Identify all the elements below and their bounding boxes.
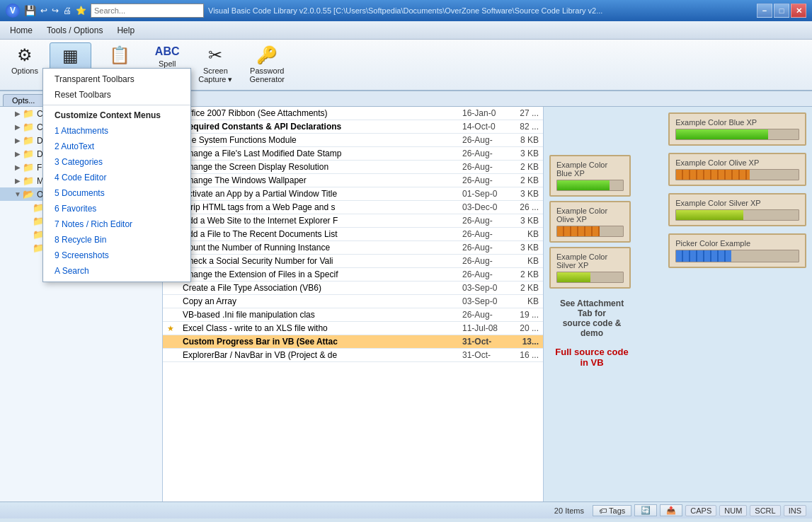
quick-star-icon[interactable]: ⭐: [76, 6, 86, 16]
ribbon-screencapture[interactable]: ✂ ScreenCapture ▾: [193, 42, 238, 87]
row-name: Check a Social Security Number for Vali: [178, 255, 458, 268]
refresh-icon: 🔄: [641, 506, 651, 515]
row-date: 01-Sep-0: [458, 187, 508, 201]
dropdown-3-categories[interactable]: 3 Categories: [43, 154, 190, 170]
quick-redo-icon[interactable]: ↪: [52, 6, 59, 16]
expand-icon: ▶: [13, 123, 23, 131]
widget-label: Picker Color Example: [675, 239, 799, 248]
dropdown-a-search[interactable]: A Search: [43, 263, 190, 279]
full-source-text: Full source code in VB: [549, 344, 634, 371]
dropdown-divider: [43, 105, 190, 105]
menu-home[interactable]: Home: [3, 23, 40, 37]
table-row[interactable]: Office 2007 Ribbon (See Attachments)16-J…: [163, 107, 543, 120]
progress-bar: [556, 180, 624, 191]
minimize-button[interactable]: −: [757, 4, 772, 18]
table-row[interactable]: Activate an App by a Partial Window Titl…: [163, 187, 543, 201]
menu-bar: Home Tools / Options Help: [0, 21, 812, 40]
tab-opts[interactable]: Opts...: [3, 94, 44, 106]
ribbon-options[interactable]: ⚙ Options: [6, 42, 44, 78]
dropdown-9-screenshots[interactable]: 9 Screenshots: [43, 248, 190, 263]
table-row[interactable]: ExplorerBar / NavBar in VB (Project & de…: [163, 349, 543, 362]
table-row[interactable]: ★Excel Class - write to an XLS file with…: [163, 322, 543, 335]
table-row[interactable]: Check a Social Security Number for Vali2…: [163, 255, 543, 268]
window-controls[interactable]: − □ ✕: [757, 4, 806, 18]
title-search-input[interactable]: [94, 6, 186, 15]
quick-save-icon[interactable]: 💾: [24, 5, 36, 16]
ribbon-passwordgen[interactable]: 🔑 PasswordGenerator: [244, 42, 291, 86]
row-date: 16-Jan-0: [458, 107, 508, 120]
table-row[interactable]: Add a File to The Recent Documents List2…: [163, 228, 543, 241]
widget-silver-left: Example Color Silver XP: [549, 247, 631, 289]
row-size: 20 ...: [508, 322, 543, 335]
row-icon: [163, 349, 178, 362]
search-dropdown-icon[interactable]: ▾: [186, 7, 190, 15]
table-row[interactable]: Create a File Type Association (VB6)03-S…: [163, 282, 543, 295]
widget-label: Example Color Blue XP: [556, 161, 624, 178]
clipboard-icon: 📋: [109, 45, 130, 65]
table-row[interactable]: Count the Number of Running Instance26-A…: [163, 241, 543, 255]
table-row[interactable]: Change the Extension of Files in a Speci…: [163, 268, 543, 282]
folder-icon: 📁: [23, 108, 34, 119]
dropdown-5-documents[interactable]: 5 Documents: [43, 185, 190, 201]
dropdown-section-label: Customize Context Menus: [43, 108, 190, 123]
num-indicator: NUM: [719, 505, 747, 516]
dropdown-8-recyclebin[interactable]: 8 Recycle Bin: [43, 232, 190, 248]
dropdown-6-favorites[interactable]: 6 Favorites: [43, 201, 190, 216]
dropdown-2-autotext[interactable]: 2 AutoText: [43, 139, 190, 154]
folder-open-icon: 📂: [23, 189, 34, 199]
see-attachment-text: See Attachment Tab forsource code & demo: [549, 293, 634, 344]
row-size: 19 ...: [508, 308, 543, 322]
table-row[interactable]: VB-based .Ini file manipulation clas26-A…: [163, 308, 543, 322]
row-name: Count the Number of Running Instance: [178, 241, 458, 255]
row-size: 27 ...: [508, 107, 543, 120]
table-row[interactable]: File System Functions Module26-Aug-8 KB: [163, 134, 543, 147]
table-row[interactable]: Change The Windows Wallpaper26-Aug-2 KB: [163, 174, 543, 187]
row-date: 03-Dec-0: [458, 201, 508, 214]
quick-undo-icon[interactable]: ↩: [40, 6, 47, 16]
folder-icon: 📁: [23, 122, 34, 132]
table-row[interactable]: Custom Progress Bar in VB (See Attac31-O…: [163, 335, 543, 349]
row-icon: [163, 308, 178, 322]
dropdown-menu: Transparent Toolbars Reset Toolbars Cust…: [42, 68, 191, 282]
progress-bar: [556, 226, 624, 237]
dropdown-1-attachments[interactable]: 1 Attachments: [43, 123, 190, 139]
screencapture-label: ScreenCapture ▾: [198, 66, 232, 84]
send-button[interactable]: 📤: [660, 504, 682, 516]
dropdown-reset[interactable]: Reset Toolbars: [43, 87, 190, 103]
app-icon: V: [6, 4, 20, 18]
dropdown-7-notes[interactable]: 7 Notes / Rich Editor: [43, 216, 190, 232]
row-size: 82 ...: [508, 120, 543, 134]
dropdown-4-codeeditor[interactable]: 4 Code Editor: [43, 170, 190, 185]
status-bar: 20 Items 🏷 Tags 🔄 📤 CAPS NUM SCRL INS: [0, 501, 812, 518]
row-name: Copy an Array: [178, 295, 458, 308]
row-name: Office 2007 Ribbon (See Attachments): [178, 107, 458, 120]
quick-print-icon[interactable]: 🖨: [63, 6, 72, 16]
row-size: 16 ...: [508, 349, 543, 362]
table-row[interactable]: Add a Web Site to the Internet Explorer …: [163, 214, 543, 228]
dropdown-transparent[interactable]: Transparent Toolbars: [43, 71, 190, 87]
restore-button[interactable]: □: [774, 4, 789, 18]
table-row[interactable]: Strip HTML tags from a Web Page and s03-…: [163, 201, 543, 214]
row-name: Create a File Type Association (VB6): [178, 282, 458, 295]
preview-inner: Example Color Blue XP Example Color Oliv…: [544, 107, 812, 501]
table-row[interactable]: Required Constants & API Declarations14-…: [163, 120, 543, 134]
table-row[interactable]: Copy an Array03-Sep-0KB: [163, 295, 543, 308]
tags-button[interactable]: 🏷 Tags: [593, 505, 631, 516]
table-row[interactable]: Change a File's Last Modified Date Stamp…: [163, 147, 543, 161]
table-row[interactable]: Change the Screen Display Resolution26-A…: [163, 161, 543, 174]
menu-help[interactable]: Help: [110, 23, 142, 37]
refresh-button[interactable]: 🔄: [634, 504, 657, 516]
menu-tools[interactable]: Tools / Options: [40, 23, 110, 37]
widget-label: Example Color Silver XP: [556, 253, 624, 269]
row-date: 26-Aug-: [458, 308, 508, 322]
row-date: 14-Oct-0: [458, 120, 508, 134]
row-size: 3 KB: [508, 214, 543, 228]
row-size: 2 KB: [508, 268, 543, 282]
close-button[interactable]: ✕: [791, 4, 806, 18]
widget-label: Example Color Blue XP: [675, 118, 799, 127]
widget-blue-right: Example Color Blue XP: [668, 112, 806, 146]
title-search-box[interactable]: ▾: [91, 4, 204, 18]
expand-icon: ▶: [13, 137, 23, 144]
progress-bar: [675, 129, 799, 140]
list-area[interactable]: Office 2007 Ribbon (See Attachments)16-J…: [163, 107, 543, 501]
